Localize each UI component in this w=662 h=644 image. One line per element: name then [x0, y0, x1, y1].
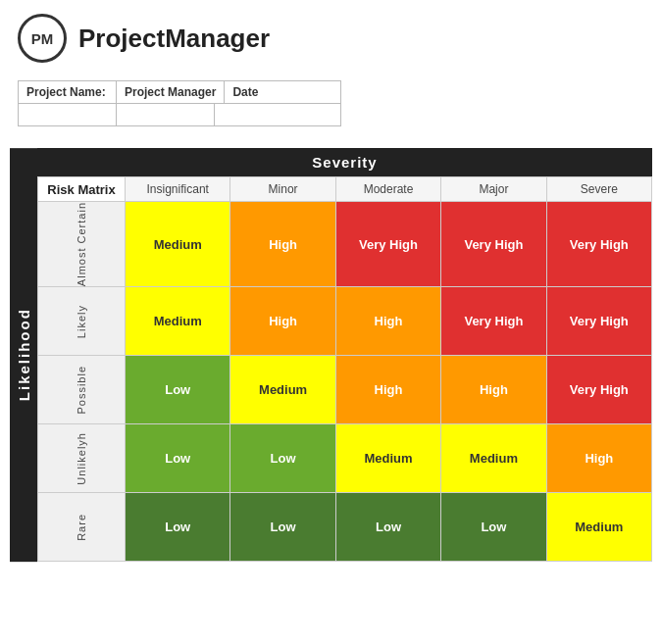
project-name-label: Project Name:: [19, 81, 117, 103]
form-value-row: [18, 104, 341, 126]
data-cell-4-1: Low: [230, 493, 335, 562]
risk-matrix-label: Risk Matrix: [37, 176, 126, 202]
data-cell-0-1: High: [230, 202, 335, 287]
matrix-inner: Severity Risk Matrix InsignificantMinorM…: [37, 148, 652, 562]
matrix-outer: Likelihood Severity Risk Matrix Insignif…: [10, 148, 652, 562]
form-label-row: Project Name: Project Manager Date: [18, 80, 341, 104]
table-row: LikelyMediumHighHighVery HighVery High: [37, 287, 652, 356]
data-cell-1-2: High: [336, 287, 441, 356]
data-cell-3-4: High: [547, 424, 652, 493]
row-label-1: Likely: [37, 287, 126, 356]
data-cell-1-4: Very High: [547, 287, 652, 356]
table-row: RareLowLowLowLowMedium: [37, 493, 652, 562]
col-headers: InsignificantMinorModerateMajorSevere: [126, 176, 652, 202]
col-header-row: Risk Matrix InsignificantMinorModerateMa…: [37, 176, 652, 202]
matrix-wrapper: Likelihood Severity Risk Matrix Insignif…: [0, 136, 662, 571]
col-header-4: Severe: [547, 176, 652, 202]
data-cell-3-1: Low: [230, 424, 335, 493]
project-manager-label: Project Manager: [117, 81, 225, 103]
data-rows: Almost CertainMediumHighVery HighVery Hi…: [37, 202, 652, 562]
col-header-0: Insignificant: [126, 176, 230, 202]
row-label-3: Unlikelyh: [37, 424, 126, 493]
app-header: PM ProjectManager: [0, 0, 662, 76]
col-header-3: Major: [441, 176, 546, 202]
form-area: Project Name: Project Manager Date: [0, 76, 662, 136]
data-cell-2-0: Low: [126, 356, 230, 424]
col-header-2: Moderate: [336, 176, 441, 202]
row-label-text-3: Unlikelyh: [76, 432, 87, 485]
date-label: Date: [225, 81, 323, 103]
likelihood-label: Likelihood: [10, 148, 37, 562]
data-cell-4-3: Low: [441, 493, 546, 562]
data-cell-0-0: Medium: [126, 202, 230, 287]
data-cell-1-3: Very High: [441, 287, 546, 356]
data-cell-2-2: High: [336, 356, 441, 424]
data-cell-2-1: Medium: [230, 356, 335, 424]
data-cell-0-3: Very High: [441, 202, 546, 287]
data-cell-3-2: Medium: [336, 424, 441, 493]
col-header-1: Minor: [230, 176, 335, 202]
data-cell-4-2: Low: [336, 493, 441, 562]
data-cell-0-4: Very High: [547, 202, 652, 287]
data-cell-3-0: Low: [126, 424, 230, 493]
row-label-4: Rare: [37, 493, 126, 562]
row-label-text-4: Rare: [76, 514, 87, 541]
table-row: UnlikelyhLowLowMediumMediumHigh: [37, 424, 652, 493]
data-cell-3-3: Medium: [441, 424, 546, 493]
project-manager-value[interactable]: [117, 104, 215, 125]
severity-header: Severity: [37, 148, 652, 176]
row-label-text-1: Likely: [76, 305, 87, 338]
date-value[interactable]: [215, 104, 313, 125]
data-cell-1-1: High: [230, 287, 335, 356]
row-label-text-0: Almost Certain: [76, 202, 87, 286]
project-name-value[interactable]: [19, 104, 117, 125]
app-title: ProjectManager: [78, 24, 270, 54]
row-label-0: Almost Certain: [37, 202, 126, 287]
data-cell-1-0: Medium: [126, 287, 230, 356]
table-row: PossibleLowMediumHighHighVery High: [37, 356, 652, 424]
data-cell-4-4: Medium: [547, 493, 652, 562]
data-cell-0-2: Very High: [336, 202, 441, 287]
row-label-2: Possible: [37, 356, 126, 424]
data-cell-4-0: Low: [126, 493, 230, 562]
logo-icon: PM: [18, 14, 67, 63]
data-cell-2-3: High: [441, 356, 546, 424]
table-row: Almost CertainMediumHighVery HighVery Hi…: [37, 202, 652, 287]
data-cell-2-4: Very High: [547, 356, 652, 424]
row-label-text-2: Possible: [76, 366, 87, 415]
